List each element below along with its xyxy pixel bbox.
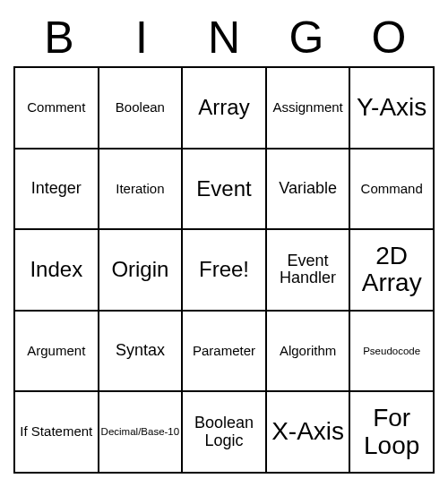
bingo-cell[interactable]: Origin [99,229,183,311]
bingo-cell[interactable]: Algorithm [266,311,350,392]
bingo-cell[interactable]: Y-Axis [349,67,434,149]
bingo-cell[interactable]: Comment [14,67,99,149]
header-letter-b: B [18,12,100,64]
bingo-cell[interactable]: Parameter [182,311,266,392]
header-letter-n: N [183,12,265,64]
bingo-cell[interactable]: Integer [14,149,99,230]
bingo-cell[interactable]: If Statement [14,391,99,473]
bingo-cell[interactable]: Event [182,149,266,230]
header-letter-o: O [348,12,430,64]
bingo-cell[interactable]: X-Axis [266,391,350,473]
bingo-cell[interactable]: Boolean Logic [182,391,266,473]
header-letter-i: I [100,12,183,64]
bingo-cell[interactable]: Syntax [99,311,183,392]
bingo-cell[interactable]: Pseudocode [349,311,434,392]
bingo-cell[interactable]: Command [349,149,434,230]
bingo-cell[interactable]: 2D Array [349,229,434,311]
bingo-grid: Comment Boolean Array Assignment Y-Axis … [13,66,435,474]
bingo-cell[interactable]: Array [182,67,266,149]
bingo-cell[interactable]: Assignment [266,67,350,149]
bingo-cell[interactable]: Variable [266,149,350,230]
bingo-cell[interactable]: Argument [14,311,99,392]
bingo-cell-free[interactable]: Free! [182,229,266,311]
header-letter-g: G [265,12,348,64]
bingo-cell[interactable]: Index [14,229,99,311]
bingo-cell[interactable]: Boolean [99,67,183,149]
bingo-cell[interactable]: Iteration [99,149,183,230]
bingo-cell[interactable]: Decimal/Base-10 [99,391,183,473]
bingo-cell[interactable]: For Loop [349,391,434,473]
bingo-cell[interactable]: Event Handler [266,229,350,311]
bingo-header: B I N G O [13,9,435,66]
